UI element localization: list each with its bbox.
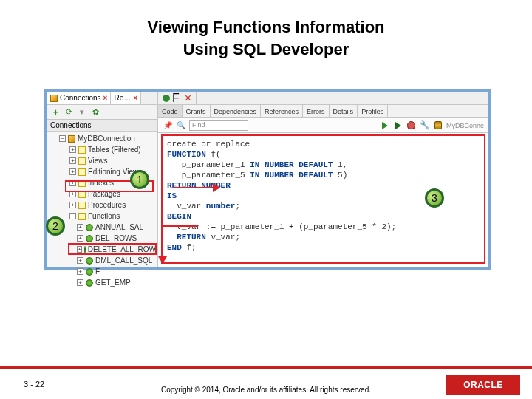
filter-icon[interactable]: ▾: [77, 107, 87, 117]
expand-icon[interactable]: +: [69, 146, 76, 153]
expand-icon[interactable]: +: [77, 268, 83, 275]
editor-subtabs: Code Grants Dependencies References Erro…: [158, 105, 488, 118]
editor-panel: F× Code Grants Dependencies References E…: [158, 92, 488, 267]
tab-label: Connections: [60, 94, 101, 102]
connections-tree: −MyDBConnection +Tables (Filtered) +View…: [47, 132, 157, 290]
expand-icon[interactable]: −: [69, 213, 76, 219]
tab-reports[interactable]: Re…×: [111, 92, 141, 104]
tree-tables[interactable]: +Tables (Filtered): [49, 144, 156, 155]
tree-function-item[interactable]: +DEL_ROWS: [49, 233, 156, 244]
tree-function-item[interactable]: +GET_EMP: [49, 277, 156, 288]
tree-label: Views: [88, 157, 108, 165]
expand-icon[interactable]: +: [69, 157, 76, 164]
tree-procedures[interactable]: +Procedures: [49, 200, 156, 211]
find-icon[interactable]: 🔍: [176, 120, 186, 131]
find-input[interactable]: Find: [189, 120, 248, 131]
tree-label: MyDBConnection: [78, 134, 135, 143]
connection-label: MyDBConne: [446, 122, 484, 129]
subtab-details[interactable]: Details: [330, 105, 358, 117]
tree-label: Procedures: [88, 201, 126, 209]
tree-connection[interactable]: −MyDBConnection: [49, 133, 156, 144]
subtab-dependencies[interactable]: Dependencies: [211, 105, 262, 117]
tree-label: Tables (Filtered): [88, 146, 141, 154]
folder-icon: [78, 213, 86, 220]
subtab-code[interactable]: Code: [158, 105, 183, 117]
tree-label: DEL_ROWS: [95, 234, 137, 242]
annotation-1: 1: [130, 170, 149, 189]
subtab-references[interactable]: References: [261, 105, 303, 117]
subtab-errors[interactable]: Errors: [303, 105, 330, 117]
editor-tabs: F×: [158, 92, 488, 105]
run-icon[interactable]: [380, 120, 390, 131]
folder-icon: [78, 157, 86, 165]
connections-icon: [50, 95, 58, 102]
tab-label: F: [172, 92, 180, 105]
tree-label: F: [95, 267, 100, 276]
function-icon: [163, 95, 170, 102]
function-icon: [86, 268, 93, 276]
oracle-logo: ORACLE: [446, 375, 520, 395]
connection-icon: [68, 135, 75, 143]
title-line-1: Viewing Functions Information: [147, 18, 384, 36]
slide: Viewing Functions Information Using SQL …: [0, 0, 532, 399]
function-icon: [86, 224, 93, 231]
close-icon[interactable]: ×: [133, 94, 137, 102]
slide-title: Viewing Functions Information Using SQL …: [0, 0, 532, 67]
arrow-2-to-f: [161, 225, 163, 262]
footer-divider: [0, 366, 532, 369]
left-tab-bar: Connections× Re…×: [47, 92, 157, 105]
db-icon[interactable]: [433, 120, 443, 131]
expand-icon[interactable]: +: [77, 279, 83, 286]
tool-icon[interactable]: 🔧: [420, 120, 430, 131]
tree-function-item[interactable]: +DML_CALL_SQL: [49, 255, 156, 266]
tree-views[interactable]: +Views: [49, 155, 156, 166]
pin-icon[interactable]: 📌: [163, 120, 173, 131]
refresh-icon[interactable]: ⟳: [64, 107, 74, 117]
expand-icon[interactable]: +: [77, 224, 83, 231]
function-icon: [86, 235, 93, 242]
function-icon: [86, 257, 93, 265]
arrow-1-to-code: [173, 187, 219, 188]
tree-label: Functions: [88, 212, 120, 220]
expand-icon[interactable]: −: [59, 135, 66, 142]
close-icon[interactable]: ×: [185, 92, 191, 105]
new-connection-icon[interactable]: ＋: [50, 107, 61, 117]
settings-icon[interactable]: ✿: [90, 107, 100, 117]
function-icon: [86, 279, 93, 287]
subtab-profiles[interactable]: Profiles: [358, 105, 388, 117]
connections-toolbar: ＋ ⟳ ▾ ✿: [47, 105, 157, 120]
connections-header: Connections: [47, 120, 157, 132]
expand-icon[interactable]: +: [69, 168, 76, 175]
tree-functions[interactable]: −Functions: [49, 211, 156, 222]
expand-icon[interactable]: +: [77, 235, 83, 242]
editor-toolbar: 📌 🔍 Find 🔧 MyDBConne: [158, 118, 488, 133]
title-line-2: Using SQL Developer: [183, 40, 349, 58]
folder-icon: [78, 168, 86, 176]
tree-function-f[interactable]: +F: [49, 266, 156, 277]
screenshot: Connections× Re…× ＋ ⟳ ▾ ✿ Connections −M…: [44, 89, 491, 270]
expand-icon[interactable]: +: [77, 257, 83, 264]
close-icon[interactable]: ×: [103, 94, 108, 102]
code-line: create or replace: [167, 140, 250, 149]
highlight-function-f: [68, 243, 157, 255]
expand-icon[interactable]: +: [69, 202, 76, 208]
tree-label: DML_CALL_SQL: [95, 256, 152, 265]
folder-icon: [78, 146, 86, 154]
tree-label: ANNUAL_SAL: [95, 223, 143, 231]
tree-label: GET_EMP: [95, 279, 131, 287]
annotation-2: 2: [46, 216, 65, 236]
arrow-2-branch: [161, 225, 198, 227]
compile-icon[interactable]: [393, 120, 403, 131]
subtab-grants[interactable]: Grants: [183, 105, 211, 117]
editor-tab-f[interactable]: F×: [158, 92, 197, 104]
annotation-3: 3: [425, 188, 444, 208]
tab-connections[interactable]: Connections×: [47, 92, 111, 104]
tab-label: Re…: [114, 94, 131, 102]
debug-icon[interactable]: [406, 120, 417, 131]
folder-icon: [78, 202, 86, 209]
